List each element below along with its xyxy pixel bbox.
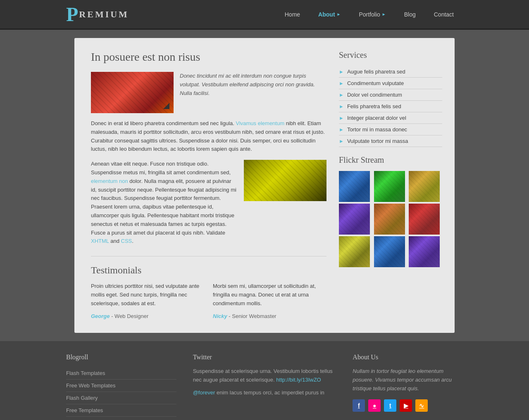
service-item-2[interactable]: ►Dolor vel condimentum — [339, 89, 442, 101]
flickr-thumb-5[interactable] — [409, 204, 440, 235]
flickr-thumb-6[interactable] — [339, 236, 370, 267]
nav-blog[interactable]: Blog — [395, 9, 425, 20]
second-image-inner — [244, 160, 326, 201]
testimonial-author-1: George - Web Designer — [91, 312, 205, 321]
testimonial-role-1: Web Designer — [114, 313, 148, 319]
footer-blogroll: Blogroll Flash Templates Free Web Templa… — [66, 354, 176, 417]
services-title: Services — [339, 50, 442, 60]
about-text: Nullam in tortor feugiat leo elementum p… — [353, 367, 463, 393]
intro-image — [91, 72, 174, 113]
twitter-handle: @forever enim lacus tempus orci, ac impe… — [193, 389, 336, 397]
testimonial-role-2: Senior Webmaster — [232, 313, 276, 319]
testimonial-author-2: Nicky - Senior Webmaster — [213, 312, 326, 321]
nav-portfolio-arrow: ► — [382, 12, 386, 17]
blogroll-item-2[interactable]: Flash Gallery — [66, 392, 176, 404]
testimonial-text-1: Proin ultricies porttitor nisi, sed vulp… — [91, 282, 205, 308]
service-arrow-4: ► — [339, 115, 344, 121]
logo-text: REMIUM — [79, 9, 129, 20]
service-arrow-5: ► — [339, 127, 344, 133]
service-item-4[interactable]: ►Integer placerat dolor vel — [339, 112, 442, 124]
page-wrapper: In posuere est non risus Donec tincidunt… — [74, 38, 455, 333]
flickr-thumb-3[interactable] — [339, 204, 370, 235]
rss-icon[interactable]: ∿ — [415, 399, 428, 412]
intro-arrow-shape — [163, 103, 169, 109]
nav-about-arrow: ► — [337, 12, 341, 17]
logo[interactable]: P REMIUM — [66, 5, 129, 24]
twitter-url-link[interactable]: http://bit.ly/13IwZO — [276, 377, 321, 383]
blogroll-item-0[interactable]: Flash Templates — [66, 367, 176, 380]
nav-portfolio[interactable]: Portfolio ► — [350, 9, 395, 20]
service-item-3[interactable]: ►Felis pharetra felis sed — [339, 101, 442, 112]
content-left: In posuere est non risus Donec tincidunt… — [91, 50, 326, 320]
twitter-text: Suspendisse at scelerisque urna. Vestibu… — [193, 367, 336, 384]
validate-css-link[interactable]: CSS — [121, 238, 132, 244]
nav-about[interactable]: About ► — [309, 9, 350, 20]
footer-about: About Us Nullam in tortor feugiat leo el… — [353, 354, 463, 417]
testimonial-item-2: Morbi sem mi, ullamcorper ut sollicitudi… — [213, 282, 326, 320]
twitter-handle-link[interactable]: @forever — [193, 389, 215, 396]
service-item-0[interactable]: ►Augue felis pharetra sed — [339, 66, 442, 78]
testimonial-author-link-1[interactable]: George — [91, 313, 110, 319]
footer-twitter: Twitter Suspendisse at scelerisque urna.… — [193, 354, 336, 417]
service-arrow-6: ► — [339, 138, 344, 144]
service-item-1[interactable]: ►Condimentum vulputate — [339, 78, 442, 89]
testimonial-item-1: Proin ultricies porttitor nisi, sed vulp… — [91, 282, 205, 320]
elementum-link[interactable]: elementum non — [91, 178, 128, 184]
testimonial-text-2: Morbi sem mi, ullamcorper ut sollicitudi… — [213, 282, 326, 308]
validate-link1[interactable]: XHTML — [91, 238, 109, 244]
youtube-icon[interactable]: ▶ — [400, 399, 412, 412]
flickr-thumb-7[interactable] — [374, 236, 405, 267]
blogroll-item-1[interactable]: Free Web Templates — [66, 380, 176, 392]
content-right: Services ►Augue felis pharetra sed ►Cond… — [339, 50, 442, 320]
flickr-thumb-8[interactable] — [409, 236, 440, 267]
footer: Blogroll Flash Templates Free Web Templa… — [0, 341, 529, 420]
service-item-6[interactable]: ►Vulputate tortor mi massa — [339, 135, 442, 147]
header: P REMIUM Home About ► Portfolio ► Blog C… — [0, 0, 529, 30]
blogroll-item-3[interactable]: Free Templates — [66, 404, 176, 417]
blogroll-heading: Blogroll — [66, 354, 176, 361]
flickr-grid — [339, 171, 442, 267]
about-heading: About Us — [353, 354, 463, 361]
vivamus-link[interactable]: Vivamus elementum — [236, 120, 284, 126]
flickr-thumb-2[interactable] — [409, 171, 440, 202]
footer-grid: Blogroll Flash Templates Free Web Templa… — [66, 354, 463, 417]
second-block: Aenean vitae elit neque. Fusce non trist… — [91, 160, 326, 246]
social-icons: f ● t ▶ ∿ — [353, 399, 463, 412]
intro-text: Donec tincidunt mi ac elit interdum non … — [180, 72, 326, 113]
blogroll-links: Flash Templates Free Web Templates Flash… — [66, 367, 176, 417]
testimonial-author-link-2[interactable]: Nicky — [213, 313, 227, 319]
second-text: Aenean vitae elit neque. Fusce non trist… — [91, 160, 238, 246]
intro-image-inner — [91, 72, 174, 113]
nav-contact[interactable]: Contact — [425, 9, 463, 20]
service-item-5[interactable]: ►Tortor mi in massa donec — [339, 124, 442, 135]
body-paragraph-1: Donec in erat id libero pharetra condime… — [91, 119, 326, 154]
main-content: In posuere est non risus Donec tincidunt… — [74, 38, 455, 333]
testimonials-title: Testimonials — [91, 265, 326, 276]
flickr-icon[interactable]: ● — [368, 399, 381, 412]
main-nav: Home About ► Portfolio ► Blog Contact — [276, 9, 463, 20]
logo-p: P — [66, 5, 78, 24]
facebook-icon[interactable]: f — [353, 399, 365, 412]
nav-home[interactable]: Home — [276, 9, 309, 20]
page-title: In posuere est non risus — [91, 50, 326, 64]
service-arrow-2: ► — [339, 92, 344, 98]
testimonials-section: Testimonials Proin ultricies porttitor n… — [91, 256, 326, 320]
service-arrow-3: ► — [339, 104, 344, 109]
twitter-heading: Twitter — [193, 354, 336, 361]
flickr-title: Flickr Stream — [339, 155, 442, 165]
testimonials-grid: Proin ultricies porttitor nisi, sed vulp… — [91, 282, 326, 320]
intro-block: Donec tincidunt mi ac elit interdum non … — [91, 72, 326, 113]
second-image — [244, 160, 326, 201]
flickr-thumb-0[interactable] — [339, 171, 370, 202]
flickr-thumb-4[interactable] — [374, 204, 405, 235]
twitter-icon[interactable]: t — [384, 399, 396, 412]
services-list: ►Augue felis pharetra sed ►Condimentum v… — [339, 66, 442, 147]
service-arrow-0: ► — [339, 69, 344, 75]
flickr-thumb-1[interactable] — [374, 171, 405, 202]
service-arrow-1: ► — [339, 81, 344, 86]
